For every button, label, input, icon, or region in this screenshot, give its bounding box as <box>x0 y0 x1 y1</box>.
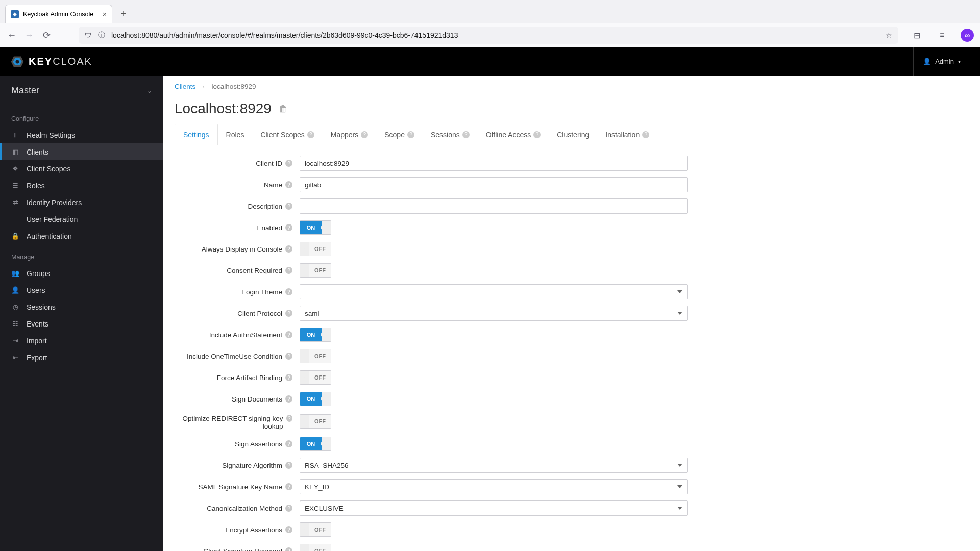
reload-button[interactable]: ⟳ <box>41 30 52 41</box>
sidebar-item-icon: ≣ <box>11 215 19 223</box>
help-icon[interactable]: ? <box>285 374 292 381</box>
tab-client-scopes[interactable]: Client Scopes? <box>252 124 322 145</box>
sidebar-item-client-scopes[interactable]: ❖Client Scopes <box>0 160 163 177</box>
breadcrumb-root[interactable]: Clients <box>175 83 195 90</box>
user-menu[interactable]: 👤 Admin ▾ <box>913 47 970 76</box>
help-icon[interactable]: ? <box>285 267 292 274</box>
app-header: KEYCLOAK 👤 Admin ▾ <box>0 47 980 76</box>
sidebar-item-groups[interactable]: 👥Groups <box>0 265 163 282</box>
pocket-icon[interactable]: ⊟ <box>910 28 924 42</box>
forward-button[interactable]: → <box>23 30 35 41</box>
sidebar-item-realm-settings[interactable]: ⫴Realm Settings <box>0 127 163 143</box>
tab-scope[interactable]: Scope? <box>376 124 423 145</box>
tab-sessions[interactable]: Sessions? <box>423 124 478 145</box>
help-icon[interactable]: ? <box>361 131 368 138</box>
help-icon[interactable]: ? <box>285 395 292 403</box>
sidebar-item-roles[interactable]: ☰Roles <box>0 177 163 194</box>
label-always-display: Always Display in Console? <box>175 245 300 253</box>
tab-roles[interactable]: Roles <box>218 124 253 145</box>
url-bar[interactable]: 🛡 ⓘ localhost:8080/auth/admin/master/con… <box>79 27 898 44</box>
sidebar-item-sessions[interactable]: ◷Sessions <box>0 298 163 315</box>
toggle-sign-assertions[interactable]: ONOFF <box>300 437 331 451</box>
help-icon[interactable]: ? <box>462 131 470 138</box>
new-tab-button[interactable]: + <box>116 7 131 21</box>
row-description: Description? <box>175 198 969 214</box>
label-consent-required: Consent Required? <box>175 267 300 274</box>
label-force-artifact: Force Artifact Binding? <box>175 374 300 382</box>
help-icon[interactable]: ? <box>285 181 292 188</box>
select-canon-method[interactable]: EXCLUSIVE <box>300 500 688 516</box>
toggle-include-authn[interactable]: ONOFF <box>300 328 331 342</box>
sidebar-item-authentication[interactable]: 🔒Authentication <box>0 228 163 244</box>
keycloak-logo-icon <box>10 55 24 69</box>
sidebar-item-icon: ⇄ <box>11 198 19 206</box>
input-description[interactable] <box>300 198 688 214</box>
help-icon[interactable]: ? <box>285 245 292 253</box>
row-sign-assertions: Sign Assertions?ONOFF <box>175 436 969 452</box>
lock-icon: ⓘ <box>98 31 105 40</box>
help-icon[interactable]: ? <box>285 331 292 338</box>
browser-profile-icon[interactable]: ∞ <box>961 29 974 42</box>
sidebar-item-import[interactable]: ⇥Import <box>0 332 163 349</box>
sidebar-item-events[interactable]: ☷Events <box>0 315 163 332</box>
hamburger-menu-icon[interactable]: ≡ <box>935 28 949 42</box>
toggle-client-sig-required[interactable]: ONOFF <box>300 544 331 551</box>
help-icon[interactable]: ? <box>285 160 292 167</box>
tab-mappers[interactable]: Mappers? <box>323 124 376 145</box>
keycloak-logo[interactable]: KEYCLOAK <box>10 55 92 69</box>
toggle-always-display[interactable]: ONOFF <box>300 242 331 256</box>
sidebar-item-users[interactable]: 👤Users <box>0 282 163 298</box>
help-icon[interactable]: ? <box>285 310 292 317</box>
help-icon[interactable]: ? <box>285 224 292 231</box>
sidebar-item-user-federation[interactable]: ≣User Federation <box>0 211 163 228</box>
toggle-include-onetime[interactable]: ONOFF <box>300 349 331 363</box>
toggle-enabled[interactable]: ONOFF <box>300 220 331 235</box>
realm-selector[interactable]: Master ⌄ <box>0 76 163 106</box>
toggle-force-artifact[interactable]: ONOFF <box>300 370 331 385</box>
sidebar-item-clients[interactable]: ◧Clients <box>0 143 163 160</box>
close-icon[interactable]: × <box>103 10 107 18</box>
input-name[interactable] <box>300 177 688 192</box>
help-icon[interactable]: ? <box>285 288 292 295</box>
help-icon[interactable]: ? <box>286 415 292 422</box>
help-icon[interactable]: ? <box>533 131 541 138</box>
tab-clustering[interactable]: Clustering <box>549 124 597 145</box>
select-login-theme[interactable] <box>300 284 688 299</box>
toggle-optimize-redirect[interactable]: ONOFF <box>300 414 331 429</box>
select-client-protocol[interactable]: saml <box>300 306 688 321</box>
bookmark-star-icon[interactable]: ☆ <box>886 31 892 39</box>
help-icon[interactable]: ? <box>285 547 292 551</box>
label-include-authn: Include AuthnStatement? <box>175 331 300 339</box>
tab-installation[interactable]: Installation? <box>597 124 657 145</box>
label-client-sig-required: Client Signature Required? <box>175 547 300 552</box>
help-icon[interactable]: ? <box>285 526 292 533</box>
back-button[interactable]: ← <box>6 30 17 41</box>
toggle-on-label: ON <box>300 328 322 341</box>
help-icon[interactable]: ? <box>285 462 292 469</box>
select-sig-algorithm[interactable]: RSA_SHA256 <box>300 458 688 473</box>
toggle-consent-required[interactable]: ONOFF <box>300 263 331 278</box>
help-icon[interactable]: ? <box>407 131 414 138</box>
sidebar-item-identity-providers[interactable]: ⇄Identity Providers <box>0 194 163 211</box>
chevron-down-icon: ▾ <box>958 59 961 64</box>
tab-offline-access[interactable]: Offline Access? <box>478 124 549 145</box>
sidebar-item-export[interactable]: ⇤Export <box>0 349 163 366</box>
toggle-encrypt-assertions[interactable]: ONOFF <box>300 522 331 537</box>
help-icon[interactable]: ? <box>285 353 292 360</box>
tab-settings[interactable]: Settings <box>175 124 218 145</box>
help-icon[interactable]: ? <box>307 131 314 138</box>
help-icon[interactable]: ? <box>285 440 292 447</box>
help-icon[interactable]: ? <box>285 203 292 210</box>
browser-tab[interactable]: ◆ Keycloak Admin Console × <box>5 5 112 23</box>
help-icon[interactable]: ? <box>642 131 649 138</box>
toggle-sign-documents[interactable]: ONOFF <box>300 392 331 406</box>
row-encrypt-assertions: Encrypt Assertions?ONOFF <box>175 522 969 537</box>
help-icon[interactable]: ? <box>285 483 292 490</box>
trash-icon[interactable]: 🗑 <box>279 104 288 114</box>
label-include-onetime: Include OneTimeUse Condition? <box>175 353 300 360</box>
sidebar-item-label: Clients <box>27 148 48 156</box>
input-client-id[interactable] <box>300 156 688 171</box>
select-sig-keyname[interactable]: KEY_ID <box>300 479 688 494</box>
help-icon[interactable]: ? <box>285 505 292 512</box>
sidebar-item-icon: 👥 <box>11 269 19 277</box>
